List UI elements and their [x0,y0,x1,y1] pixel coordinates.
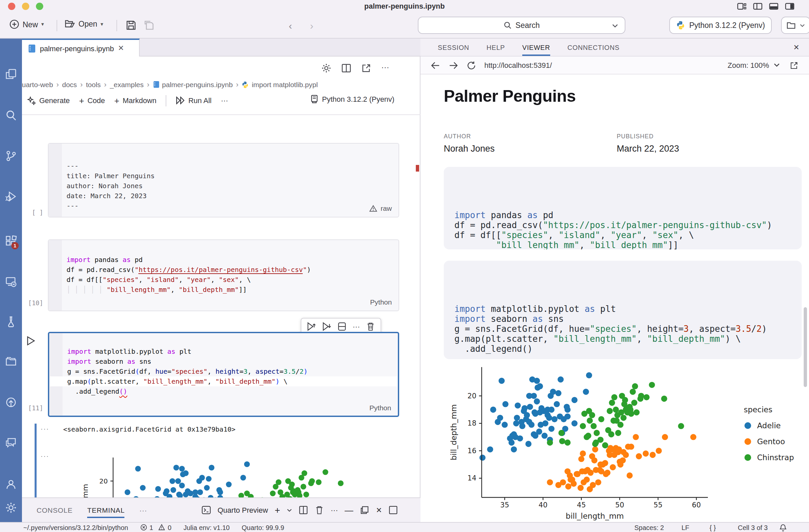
cell-language[interactable]: Python [370,298,392,306]
customize-layout-icon[interactable] [737,3,746,10]
toggle-secondary-sidebar-icon[interactable] [785,3,794,10]
delete-cell-icon[interactable] [366,322,375,331]
notifications-bell-icon[interactable] [780,524,786,531]
url-field[interactable]: http://localhost:5391/ [484,61,552,69]
reload-icon[interactable] [467,61,476,70]
run-debug-icon[interactable] [5,191,17,202]
new-terminal-icon[interactable]: + [275,505,280,515]
folders-icon[interactable] [5,356,17,367]
cell-position[interactable]: Cell 3 of 3 [738,524,768,531]
close-panel-icon[interactable]: ✕ [793,43,800,52]
explorer-icon[interactable] [5,69,17,80]
eol-indicator[interactable]: LF [682,524,689,531]
run-all-button[interactable]: Run All [176,96,211,104]
breadcrumb-item[interactable]: uarto-web [22,81,53,88]
new-button[interactable]: New▾ [9,19,44,29]
spaces-indicator[interactable]: Spaces: 2 [634,524,664,531]
split-terminal-icon[interactable] [299,506,308,515]
testing-icon[interactable] [5,316,17,327]
source-control-icon[interactable] [5,150,17,162]
cell-code[interactable]: import pandas as pddf = pd.read_csv("htt… [67,255,311,295]
chevron-down-icon[interactable] [287,509,292,512]
generate-button[interactable]: Generate [27,96,70,105]
cell-code[interactable]: import matplotlib.pyplot as pltimport se… [67,347,308,396]
more-icon[interactable]: ··· [221,96,228,104]
legend-label: Gentoo [757,437,785,446]
terminal-session-label[interactable]: Quarto Preview [218,506,268,514]
run-cell-button[interactable] [27,336,35,346]
warnings-indicator[interactable]: 0 [158,524,171,531]
back-icon[interactable] [431,61,440,70]
add-code-cell-button[interactable]: +Code [79,95,105,105]
workspace-folder-button[interactable] [781,17,809,34]
open-in-browser-icon[interactable] [790,61,798,70]
kernel-icon [310,94,319,104]
open-external-icon[interactable] [361,63,371,73]
search-icon[interactable] [5,110,17,121]
minimize-panel-icon[interactable]: — [345,505,353,515]
navigate-forward-button[interactable]: › [310,20,313,31]
cell-language[interactable]: raw [369,204,392,212]
kernel-selector[interactable]: Python 3.12.2 (Pyenv) [310,94,395,104]
maximize-panel-icon[interactable] [360,506,369,515]
julia-env[interactable]: Julia env: v1.10 [183,524,229,531]
panel-layout-icon[interactable] [389,506,398,515]
tab-session[interactable]: SESSION [438,43,469,51]
kill-terminal-icon[interactable] [315,506,324,515]
tab-terminal[interactable]: TERMINAL [87,506,125,518]
run-cells-below-icon[interactable] [322,322,331,331]
breadcrumb-item[interactable]: palmer-penguins.ipynb [153,81,233,88]
breadcrumb-item[interactable]: import matplotlib.pypl [242,81,318,88]
legend-title: species [744,405,772,414]
y-axis-label: bill_depth_mm [449,404,458,461]
publish-icon[interactable] [5,397,17,408]
remote-explorer-icon[interactable] [5,276,17,287]
tab-help[interactable]: HELP [487,43,505,51]
breadcrumb-item[interactable]: tools [86,81,101,88]
navigate-back-button[interactable]: ‹ [289,20,292,31]
tab-viewer[interactable]: VIEWER [522,43,550,55]
notebook-cell-code-1[interactable]: import pandas as pddf = pd.read_csv("htt… [48,240,399,311]
settings-gear-icon[interactable] [5,502,17,513]
split-editor-icon[interactable] [341,63,351,73]
toggle-panel-icon[interactable] [769,3,778,10]
forward-icon[interactable] [449,61,458,70]
save-all-icon[interactable] [144,20,154,31]
more-panels-icon[interactable]: ··· [139,506,147,514]
quarto-version[interactable]: Quarto: 99.9.9 [241,524,284,531]
add-markdown-cell-button[interactable]: +Markdown [115,95,157,105]
close-tab-icon[interactable]: ✕ [118,44,124,53]
chevron-down-icon[interactable] [774,63,780,67]
breadcrumb-item[interactable]: _examples [110,81,144,88]
save-icon[interactable] [126,20,136,31]
notebook-settings-gear-icon[interactable] [321,63,331,73]
cell-language[interactable]: Python [369,404,391,412]
output-collapse-icon[interactable]: ··· [40,452,49,460]
language-mode[interactable]: { } [709,524,716,531]
toggle-sidebar-icon[interactable] [753,3,762,10]
close-panel-icon[interactable]: ✕ [376,506,382,514]
interpreter-selector[interactable]: Python 3.12.2 (Pyenv) [669,17,772,34]
tab-connections[interactable]: CONNECTIONS [568,43,620,51]
split-cell-icon[interactable] [337,322,347,331]
zoom-level[interactable]: Zoom: 100% [727,61,769,69]
notebook-cell-raw[interactable]: ---title: Palmer Penguinsauthor: Norah J… [48,143,399,217]
more-actions-icon[interactable]: ··· [381,63,389,73]
open-button[interactable]: Open▾ [65,19,103,29]
more-cell-actions-icon[interactable]: ··· [352,322,360,331]
errors-indicator[interactable]: 1 [140,524,153,531]
tab-title: palmer-penguins.ipynb [40,44,114,52]
more-terminal-actions-icon[interactable]: ··· [331,506,338,514]
breadcrumb-item[interactable]: docs [62,81,77,88]
tab-palmer-penguins[interactable]: palmer-penguins.ipynb ✕ [22,39,140,56]
comments-icon[interactable] [5,437,17,448]
cell-code[interactable]: ---title: Palmer Penguinsauthor: Norah J… [67,161,155,211]
python-path[interactable]: ~/.pyenv/versions/3.12.2/bin/python [23,524,128,531]
account-icon[interactable] [5,479,17,490]
output-collapse-icon[interactable]: ··· [40,425,49,432]
vertical-scrollbar[interactable] [804,307,807,387]
search-input[interactable]: Search [418,17,625,34]
tab-console[interactable]: CONSOLE [37,506,72,514]
run-cells-above-icon[interactable] [307,322,316,331]
notebook-cell-code-2-selected[interactable]: import matplotlib.pyplot as pltimport se… [48,332,399,417]
